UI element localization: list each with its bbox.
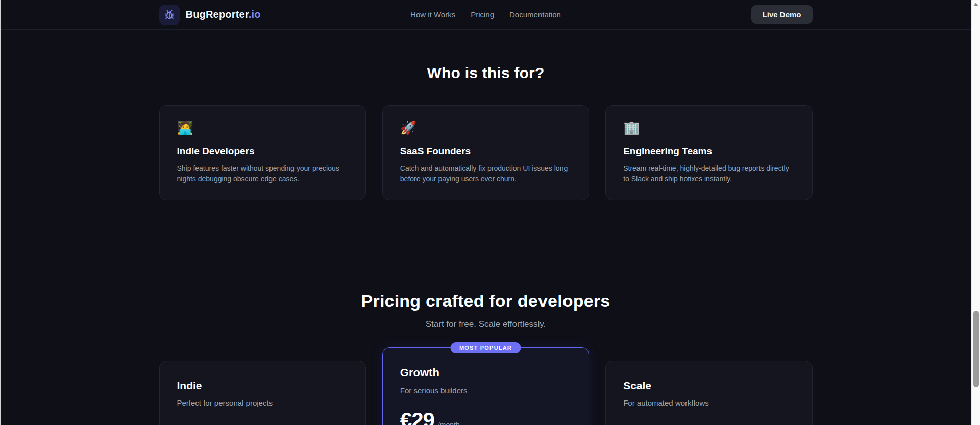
plan-tagline: For automated workflows	[623, 398, 794, 407]
audience-card-description: Ship features faster without spending yo…	[177, 163, 348, 184]
nav-links: How it Works Pricing Documentation	[410, 10, 561, 19]
up-arrow-icon	[973, 3, 978, 6]
audience-card-title: Engineering Teams	[623, 146, 794, 157]
plan-period: /month	[438, 421, 460, 425]
audience-card-saas-founders: 🚀 SaaS Founders Catch and automatically …	[382, 105, 589, 200]
plan-name: Scale	[623, 380, 794, 392]
brand-tld: .io	[249, 9, 261, 20]
audience-card-description: Stream real-time, highly-detailed bug re…	[623, 163, 794, 184]
plan-price: €0	[177, 420, 200, 425]
brand-logo[interactable]: BugReporter.io	[159, 5, 261, 25]
window-left-edge	[0, 0, 1, 425]
live-demo-button[interactable]: Live Demo	[751, 5, 813, 24]
pricing-section-subtitle: Start for free. Scale effortlessly.	[0, 319, 971, 329]
technologist-emoji-icon: 🧑‍💻	[177, 121, 348, 134]
plan-name: Indie	[177, 380, 348, 392]
pricing-section-title: Pricing crafted for developers	[0, 291, 971, 311]
nav-link-how-it-works[interactable]: How it Works	[410, 10, 455, 19]
plan-card-scale: Scale For automated workflows €79	[605, 361, 812, 425]
plan-price: €79	[623, 420, 657, 425]
plan-name: Growth	[400, 366, 571, 380]
audience-card-indie-developers: 🧑‍💻 Indie Developers Ship features faste…	[159, 105, 366, 200]
audience-section-title: Who is this for?	[0, 64, 971, 82]
plan-price: €29	[400, 408, 434, 425]
audience-card-engineering-teams: 🏢 Engineering Teams Stream real-time, hi…	[605, 105, 812, 200]
navbar: BugReporter.io How it Works Pricing Docu…	[0, 0, 971, 30]
audience-card-title: Indie Developers	[177, 146, 348, 157]
scrollbar-track[interactable]	[971, 0, 980, 425]
pricing-section: Pricing crafted for developers Start for…	[0, 241, 971, 425]
audience-card-title: SaaS Founders	[400, 146, 571, 157]
audience-card-grid: 🧑‍💻 Indie Developers Ship features faste…	[159, 105, 813, 200]
office-building-emoji-icon: 🏢	[623, 121, 794, 134]
plan-tagline: For serious builders	[400, 386, 571, 395]
nav-link-pricing[interactable]: Pricing	[471, 10, 494, 19]
rocket-emoji-icon: 🚀	[400, 121, 571, 134]
pricing-card-grid: Indie Perfect for personal projects €0 M…	[159, 347, 813, 425]
plan-card-indie: Indie Perfect for personal projects €0	[159, 361, 366, 425]
nav-link-documentation[interactable]: Documentation	[509, 10, 561, 19]
brand-name: BugReporter.io	[186, 9, 261, 20]
page-viewport: BugReporter.io How it Works Pricing Docu…	[0, 0, 971, 425]
plan-card-growth: MOST POPULAR Growth For serious builders…	[382, 347, 589, 425]
plan-tagline: Perfect for personal projects	[177, 398, 348, 407]
most-popular-badge: MOST POPULAR	[451, 342, 521, 353]
bug-icon	[159, 5, 180, 25]
audience-section: Who is this for? 🧑‍💻 Indie Developers Sh…	[0, 30, 971, 241]
audience-card-description: Catch and automatically fix production U…	[400, 163, 571, 184]
scrollbar-up-arrow[interactable]	[972, 0, 980, 9]
scrollbar-thumb[interactable]	[973, 311, 979, 387]
